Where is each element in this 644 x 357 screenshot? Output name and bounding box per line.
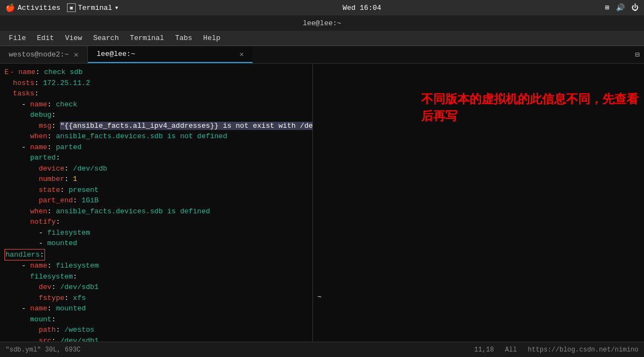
tab-spacer: ⊟ [253, 46, 644, 63]
menu-tabs[interactable]: Tabs [171, 33, 197, 43]
screenshot-icon: ⊟ [635, 50, 640, 59]
annotation-line2: 后再写 [421, 108, 639, 125]
system-bar-right: ⊞ 🔊 ⏻ [605, 3, 639, 12]
status-bar-right: 11,18 All https://blog.csdn.net/nimino [474, 346, 639, 354]
left-pane[interactable]: E- name: check sdb hosts: 172.25.11.2 ta… [0, 64, 313, 342]
annotation-text: 不同版本的虚拟机的此信息不同，先查看 后再写 [421, 91, 639, 125]
tab-lee-label: lee@lee:~ [97, 50, 135, 58]
tab-westos-label: westos@node2:~ [9, 50, 69, 59]
footer-url: https://blog.csdn.net/nimino [528, 346, 639, 354]
power-icon: ⏻ [631, 4, 639, 12]
system-bar: 🍎 Activities ▣ Terminal ▾ Wed 16:04 ⊞ 🔊 … [0, 0, 644, 15]
volume-icon: 🔊 [616, 3, 625, 12]
terminal-label: Terminal [78, 4, 112, 12]
tab-lee[interactable]: lee@lee:~ ✕ [88, 46, 253, 63]
menu-edit[interactable]: Edit [32, 33, 58, 43]
left-terminal-content: E- name: check sdb hosts: 172.25.11.2 ta… [0, 66, 312, 342]
menu-file[interactable]: File [4, 33, 30, 43]
menu-help[interactable]: Help [199, 33, 225, 43]
system-bar-left: 🍎 Activities ▣ Terminal ▾ [5, 3, 119, 13]
system-bar-time: Wed 16:04 [343, 4, 381, 12]
cursor-position: 11,18 [474, 346, 494, 354]
network-icon: ⊞ [605, 3, 609, 12]
annotation-line1: 不同版本的虚拟机的此信息不同，先查看 [421, 91, 639, 108]
right-terminal-content: ~ [313, 280, 644, 314]
terminal-button[interactable]: ▣ Terminal ▾ [67, 3, 119, 12]
dropdown-arrow: ▾ [114, 3, 119, 12]
apple-icon: 🍎 [5, 3, 15, 13]
terminal-icon: ▣ [67, 3, 76, 12]
menu-bar: File Edit View Search Terminal Tabs Help [0, 31, 644, 46]
panes: E- name: check sdb hosts: 172.25.11.2 ta… [0, 64, 644, 342]
status-bar: "sdb.yml" 30L, 693C 11,18 All https://bl… [0, 342, 644, 357]
tab-westos-close[interactable]: ✕ [74, 50, 79, 59]
title-bar: lee@lee:~ [0, 15, 644, 31]
tabs-bar: westos@node2:~ ✕ lee@lee:~ ✕ ⊟ [0, 46, 644, 64]
activities-button[interactable]: 🍎 Activities [5, 3, 60, 13]
menu-view[interactable]: View [60, 33, 86, 43]
menu-terminal[interactable]: Terminal [125, 33, 168, 43]
tab-lee-close[interactable]: ✕ [239, 50, 244, 59]
tab-westos[interactable]: westos@node2:~ ✕ [0, 46, 88, 63]
window-title: lee@lee:~ [303, 19, 341, 27]
activities-label: Activities [18, 4, 60, 12]
menu-search[interactable]: Search [89, 33, 124, 43]
status-file-info: "sdb.yml" 30L, 693C [5, 346, 81, 354]
right-pane: 不同版本的虚拟机的此信息不同，先查看 后再写 ~ [313, 64, 644, 342]
status-all: All [505, 346, 517, 354]
